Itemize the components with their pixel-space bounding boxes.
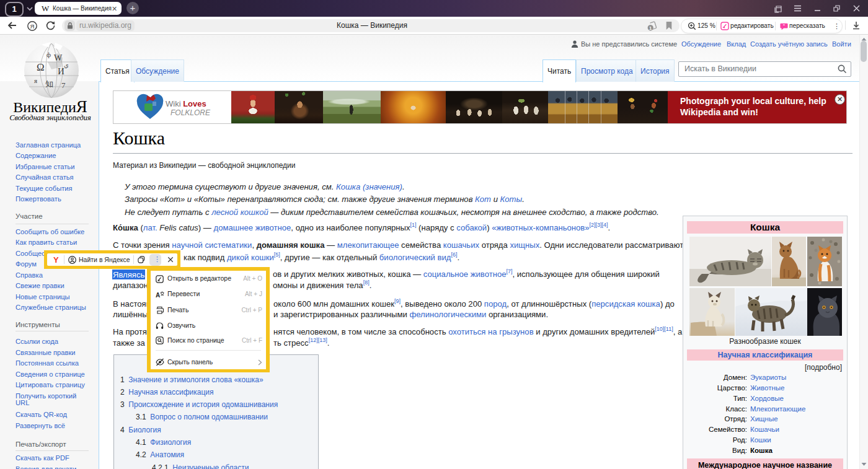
svg-text:Я: Я bbox=[30, 23, 35, 30]
svg-text:ф: ф bbox=[46, 51, 51, 58]
svg-text:“: “ bbox=[783, 24, 785, 28]
svg-text:W: W bbox=[54, 53, 63, 63]
svg-text:1: 1 bbox=[649, 25, 652, 31]
svg-text:7: 7 bbox=[61, 81, 66, 90]
svg-text:Ω: Ω bbox=[37, 61, 45, 73]
svg-text:ي: ي bbox=[64, 61, 69, 69]
svg-text:知: 知 bbox=[45, 79, 53, 89]
svg-text:я: я bbox=[34, 77, 37, 84]
